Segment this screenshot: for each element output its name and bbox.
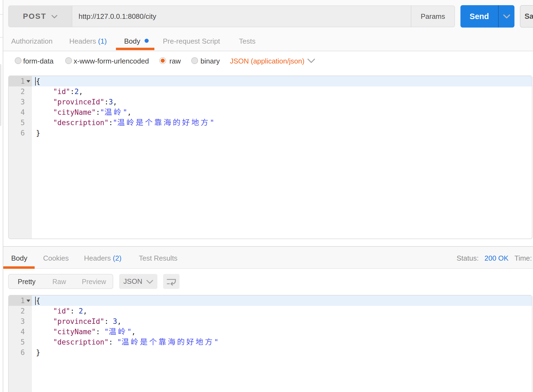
code-token: : [70,307,74,315]
chevron-down-icon [146,280,153,284]
code-token: 2 [74,88,79,96]
wrap-text-button[interactable] [163,274,179,289]
line-number: 4 [9,327,32,337]
tab-count-badge: (1) [98,37,107,45]
body-mode-radio-raw[interactable] [159,57,166,64]
view-mode-raw[interactable]: Raw [52,278,66,286]
response-tab-cookies[interactable]: Cookies [43,254,69,263]
body-mode-label[interactable]: binary [200,57,220,65]
line-number: 3 [9,97,32,107]
response-tab-body[interactable]: Body [11,254,27,263]
request-tab-body[interactable]: Body [124,37,140,46]
response-tab-test-results[interactable]: Test Results [139,254,178,263]
code-token: " [104,328,109,336]
line-number: 5 [9,117,32,128]
code-line: { [32,295,532,306]
code-token: : [104,317,109,325]
code-token: 2 [79,307,83,315]
line-number-gutter: 123456 [9,76,32,239]
code-token: : [109,119,113,127]
code-token [36,307,53,315]
code-area[interactable]: { "id": 2, "provinceId": 3, "cityName": … [32,295,532,392]
body-mode-radio-binary[interactable] [191,57,198,64]
code-token: "provinceId" [53,317,104,325]
body-mode-radio-form-data[interactable] [15,57,22,64]
sidebar-divider [0,37,3,38]
line-number: 6 [9,128,32,138]
code-line: "provinceId":3, [32,97,532,107]
params-button[interactable]: Params [411,6,454,27]
tab-label: Pre-request Script [163,37,220,45]
send-options-caret[interactable] [498,5,514,28]
code-token [36,108,53,116]
request-header: POST Params Send Save AuthorizationHeade… [3,0,533,51]
line-number: 1 [9,295,32,306]
view-mode-pretty[interactable]: Pretty [18,278,35,286]
sidebar-item-edge [0,64,1,126]
code-token: } [36,348,40,357]
code-line: "id":2, [32,86,532,97]
send-label-wrap: Send [460,5,498,28]
code-token [109,317,113,325]
line-number-text: 2 [20,307,25,315]
code-token: "cityName" [53,328,96,336]
body-mode-label[interactable]: raw [169,57,181,65]
line-number-text: 5 [20,338,25,346]
body-mode-label[interactable]: form-data [23,57,53,65]
code-token [36,338,53,346]
request-tab-headers[interactable]: Headers (1) [69,37,107,46]
code-token: 温岭是个靠海的好地方 [121,337,214,346]
line-number: 3 [9,316,32,327]
request-tab-tests[interactable]: Tests [239,37,256,46]
chevron-down-icon[interactable] [307,58,315,64]
response-tab-headers[interactable]: Headers (2) [84,254,121,263]
save-button[interactable]: Save [520,5,533,28]
code-token: , [79,88,83,96]
wrap-text-icon [166,277,176,286]
body-mode-radio-x-www-form-urlencoded[interactable] [65,57,72,64]
code-token: : [109,338,113,346]
tab-label: Headers [69,37,96,45]
request-body-editor[interactable]: 123456 { "id":2, "provinceId":3, "cityNa… [8,76,532,239]
code-token: : [96,328,100,336]
request-tab-authorization[interactable]: Authorization [11,37,53,46]
fold-caret-icon[interactable] [26,80,30,83]
content-type-select[interactable]: JSON (application/json) [230,57,304,65]
line-number: 1 [9,76,32,86]
request-tab-pre-request-script[interactable]: Pre-request Script [163,37,220,46]
view-mode-group: PrettyRawPreview [8,274,113,289]
body-mode-label[interactable]: x-www-form-urlencoded [74,57,149,65]
line-number-text: 3 [20,317,25,325]
language-select[interactable]: JSON [119,274,157,289]
send-label: Send [470,12,489,21]
code-token: "id" [53,307,70,315]
code-token: , [131,328,136,336]
code-token: 温岭 [104,108,123,117]
text-cursor [35,297,36,305]
line-number: 4 [9,107,32,117]
view-mode-preview[interactable]: Preview [82,278,106,286]
fold-caret-icon[interactable] [26,300,30,302]
line-number-text: 6 [20,348,25,357]
code-token: " [113,119,117,127]
line-number: 6 [9,347,32,358]
tab-label: Body [124,37,140,45]
code-token: "id" [53,88,70,96]
send-button[interactable]: Send [460,5,514,28]
code-area[interactable]: { "id":2, "provinceId":3, "cityName":"温岭… [32,76,532,239]
active-tab-underline [116,48,154,50]
code-token: " [100,108,104,116]
tab-label: Body [11,254,27,262]
code-token: 温岭是个靠海的好地方 [117,118,210,127]
url-input[interactable] [72,6,411,27]
code-token [36,88,53,96]
body-mode-row: form-datax-www-form-urlencodedrawbinary … [3,51,533,76]
code-token: 温岭 [109,327,127,336]
response-body-editor[interactable]: 123456 { "id": 2, "provinceId": 3, "city… [8,295,532,392]
tab-label: Cookies [43,254,69,262]
active-tab-underline [3,266,35,269]
method-select[interactable]: POST [9,6,72,27]
code-token: { [36,297,40,305]
code-token: "description" [53,119,109,127]
line-number-text: 2 [20,88,25,96]
